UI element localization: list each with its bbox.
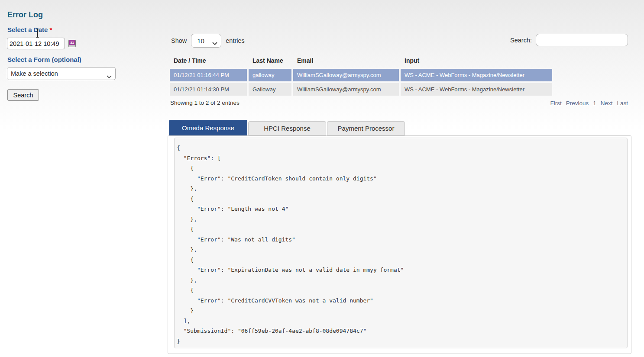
results-table: Date / Time Last Name Email Input 01/12/… [170, 55, 552, 96]
table-length-control: Show 10 entries [171, 34, 245, 48]
row2-cell-last-name[interactable]: Galloway [249, 83, 291, 96]
page-size-select-control[interactable]: 10 [191, 34, 221, 48]
calendar-icon-base [69, 45, 75, 47]
tab-hpci-response[interactable]: HPCI Response [248, 121, 326, 135]
table-info: Showing 1 to 2 of 2 entries [170, 100, 239, 106]
form-select-control[interactable]: Make a selection [7, 67, 116, 80]
pagination-next[interactable]: Next [601, 100, 613, 106]
pagination: First Previous 1 Next Last [550, 100, 628, 106]
entries-label: entries [226, 37, 245, 44]
pagination-previous[interactable]: Previous [566, 100, 589, 106]
response-json-panel: { "Errors": [ { "Error": "CreditCardToke… [174, 138, 628, 348]
search-button[interactable]: Search [7, 89, 39, 101]
row1-cell-input[interactable]: WS - ACME - WebForms - Magazine/Newslett… [401, 69, 552, 81]
pagination-first[interactable]: First [550, 100, 561, 106]
page-title: Error Log [7, 10, 43, 19]
calendar-icon[interactable]: 31 [68, 40, 76, 47]
calendar-icon-day: 31 [69, 40, 75, 45]
table-search-label: Search: [510, 37, 532, 44]
page-size-select[interactable]: 10 [191, 34, 221, 48]
row1-cell-last-name[interactable]: galloway [249, 69, 291, 81]
response-tabs: Omeda Response HPCI Response Payment Pro… [169, 120, 405, 135]
date-input[interactable] [7, 38, 65, 49]
date-field-label: Select a Date* [7, 26, 52, 33]
response-json-text: { "Errors": [ { "Error": "CreditCardToke… [175, 138, 627, 346]
row2-cell-email[interactable]: WilliamSGalloway@armyspy.com [293, 83, 399, 96]
column-header-date-time[interactable]: Date / Time [170, 55, 247, 67]
table-search-control: Search: [510, 34, 628, 46]
row2-cell-input[interactable]: WS - ACME - WebForms - Magazine/Newslett… [401, 83, 552, 96]
row1-cell-date-time[interactable]: 01/12/21 01:16:44 PM [170, 69, 247, 81]
row1-cell-email[interactable]: WilliamSGalloway@armyspy.com [293, 69, 399, 81]
tab-payment-processor[interactable]: Payment Processor [327, 121, 405, 135]
table-search-input[interactable] [536, 34, 628, 46]
column-header-last-name[interactable]: Last Name [249, 55, 291, 67]
column-header-input[interactable]: Input [401, 55, 552, 67]
required-asterisk: * [49, 26, 52, 33]
pagination-page-1[interactable]: 1 [593, 100, 596, 106]
tab-omeda-response[interactable]: Omeda Response [169, 120, 247, 135]
row2-cell-date-time[interactable]: 01/12/21 01:14:30 PM [170, 83, 247, 96]
form-field-label: Select a Form (optional) [7, 56, 81, 63]
show-label: Show [171, 37, 187, 44]
pagination-last[interactable]: Last [617, 100, 628, 106]
form-select[interactable]: Make a selection [7, 67, 116, 80]
column-header-email[interactable]: Email [293, 55, 399, 67]
date-label-text: Select a Date [7, 26, 48, 33]
